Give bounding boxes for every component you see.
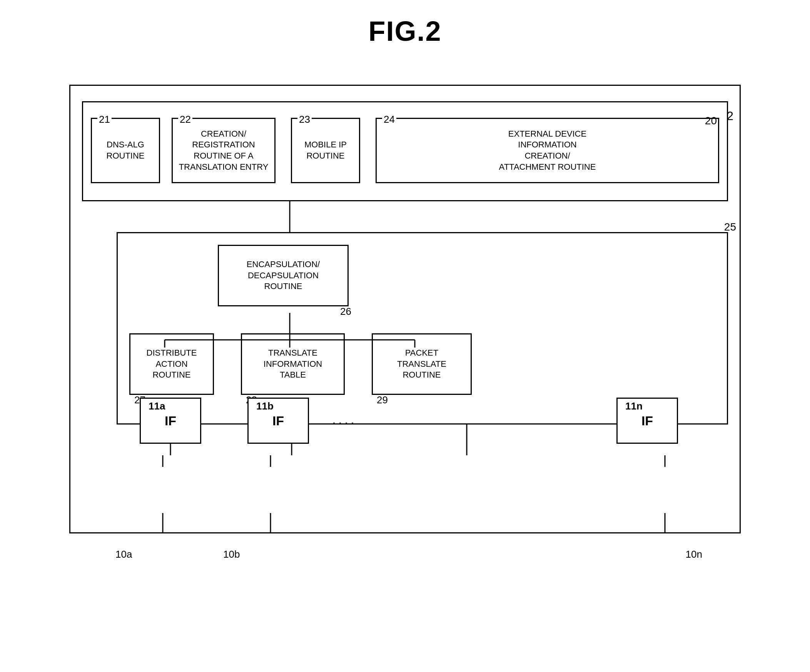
box-22: 22 CREATION/REGISTRATIONROUTINE OF ATRAN… bbox=[172, 118, 275, 183]
page-title: FIG.2 bbox=[0, 0, 810, 47]
box-21-label: DNS-ALGROUTINE bbox=[106, 139, 145, 161]
box-21-num: 21 bbox=[97, 113, 111, 125]
box-27-label: DISTRIBUTEACTIONROUTINE bbox=[147, 348, 197, 381]
if-n-text: IF bbox=[641, 414, 653, 428]
bottom-label-10n: 10n bbox=[686, 549, 702, 561]
if-n-label: 11n bbox=[625, 400, 643, 412]
box-27: DISTRIBUTEACTIONROUTINE 27 bbox=[129, 333, 214, 395]
box-22-label: CREATION/REGISTRATIONROUTINE OF ATRANSLA… bbox=[179, 128, 268, 172]
dots: .... bbox=[332, 412, 357, 427]
box-23-num: 23 bbox=[297, 113, 312, 125]
box-26: ENCAPSULATION/DECAPSULATIONROUTINE 26 bbox=[218, 245, 349, 306]
if-box-a: 11a IF bbox=[140, 398, 201, 444]
box-24-num: 24 bbox=[382, 113, 397, 125]
box-28-label: TRANSLATEINFORMATIONTABLE bbox=[263, 348, 322, 381]
if-b-label: 11b bbox=[256, 400, 273, 412]
box-26-label: ENCAPSULATION/DECAPSULATIONROUTINE bbox=[246, 259, 320, 292]
box-29-label: PACKETTRANSLATEROUTINE bbox=[397, 348, 446, 381]
box-22-num: 22 bbox=[178, 113, 192, 125]
if-a-text: IF bbox=[165, 414, 176, 428]
if-box-b: 11b IF bbox=[247, 398, 309, 444]
if-a-label: 11a bbox=[148, 400, 165, 412]
box-23-label: MOBILE IPROUTINE bbox=[304, 139, 347, 161]
bottom-label-10a: 10a bbox=[115, 549, 132, 561]
box-28: TRANSLATEINFORMATIONTABLE 28 bbox=[241, 333, 345, 395]
if-b-text: IF bbox=[272, 414, 284, 428]
box-23: 23 MOBILE IPROUTINE bbox=[291, 118, 360, 183]
diagram: 2 20 21 DNS-ALGROUTINE 22 CREATION/REGIS… bbox=[62, 62, 748, 610]
box-25-ref: 25 bbox=[724, 221, 736, 233]
box-24-label: EXTERNAL DEVICEINFORMATIONCREATION/ATTAC… bbox=[499, 128, 596, 172]
bottom-label-10b: 10b bbox=[223, 549, 240, 561]
box-21: 21 DNS-ALGROUTINE bbox=[91, 118, 160, 183]
box-20: 20 21 DNS-ALGROUTINE 22 CREATION/REGISTR… bbox=[82, 101, 728, 201]
box-29: PACKETTRANSLATEROUTINE 29 bbox=[372, 333, 472, 395]
box-26-ref: 26 bbox=[340, 306, 351, 317]
box-24: 24 EXTERNAL DEVICEINFORMATIONCREATION/AT… bbox=[376, 118, 719, 183]
outer-box-2: 2 20 21 DNS-ALGROUTINE 22 CREATION/REGIS… bbox=[69, 84, 741, 534]
if-section: 11a IF 11b IF .... 11n IF bbox=[78, 386, 732, 455]
if-box-n: 11n IF bbox=[616, 398, 678, 444]
